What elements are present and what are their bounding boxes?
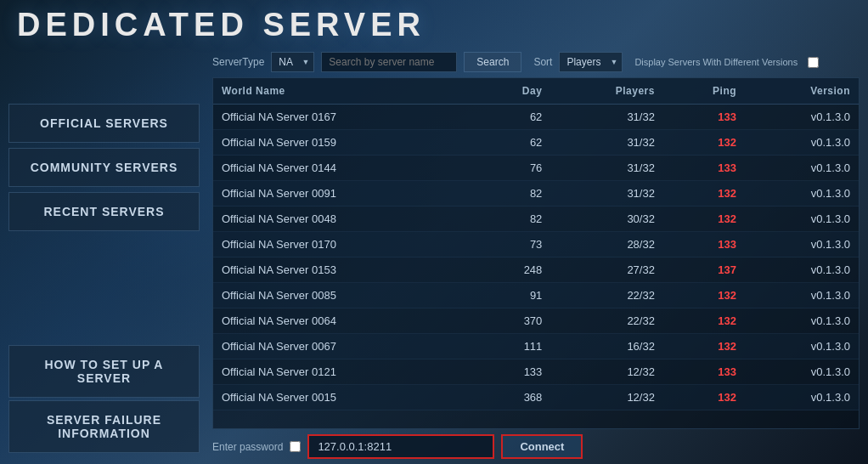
cell-version: v0.1.3.0	[745, 334, 859, 359]
sort-label: Sort	[533, 56, 552, 68]
table-row[interactable]: Official NA Server 006711116/32132v0.1.3…	[213, 334, 859, 359]
cell-day: 73	[476, 232, 550, 257]
password-checkbox[interactable]	[290, 441, 301, 452]
table-row[interactable]: Official NA Server 01707328/32133v0.1.3.…	[213, 232, 859, 257]
cell-players: 27/32	[550, 257, 663, 283]
col-world-name: World Name	[213, 78, 476, 105]
sidebar-item-community-servers[interactable]: Community Servers	[8, 148, 200, 187]
cell-players: 28/32	[550, 232, 663, 257]
page-title: DEDICATED SERVER	[17, 7, 851, 43]
cell-day: 111	[476, 334, 550, 359]
cell-world-name: Official NA Server 0167	[213, 105, 476, 130]
cell-version: v0.1.3.0	[745, 283, 859, 308]
cell-world-name: Official NA Server 0048	[213, 207, 476, 232]
table-row[interactable]: Official NA Server 01676231/32133v0.1.3.…	[213, 105, 859, 130]
cell-day: 370	[476, 308, 550, 334]
table-row[interactable]: Official NA Server 00488230/32132v0.1.3.…	[213, 207, 859, 232]
table-row[interactable]: Official NA Server 01447631/32133v0.1.3.…	[213, 156, 859, 181]
toolbar: ServerType NA EU AS Search Sort Players …	[212, 47, 860, 77]
server-table-wrapper: World Name Day Players Ping Version Offi…	[212, 77, 860, 429]
cell-players: 12/32	[550, 359, 663, 385]
cell-day: 62	[476, 130, 550, 156]
table-row[interactable]: Official NA Server 015324827/32137v0.1.3…	[213, 257, 859, 283]
cell-players: 22/32	[550, 308, 663, 334]
sidebar-item-official-servers[interactable]: Official Servers	[8, 104, 200, 143]
bottom-bar: Enter password Connect	[212, 429, 860, 464]
cell-day: 82	[476, 181, 550, 207]
cell-world-name: Official NA Server 0085	[213, 283, 476, 308]
server-table: World Name Day Players Ping Version Offi…	[213, 78, 859, 410]
cell-version: v0.1.3.0	[745, 257, 859, 283]
cell-ping: 133	[663, 359, 745, 385]
cell-players: 31/32	[550, 181, 663, 207]
cell-ping: 132	[663, 130, 745, 156]
cell-players: 22/32	[550, 283, 663, 308]
sidebar-item-how-to-setup[interactable]: How to set up a server	[8, 345, 200, 398]
server-type-select[interactable]: NA EU AS	[271, 52, 314, 72]
cell-ping: 132	[663, 385, 745, 410]
sidebar: Official Servers Community Servers Recen…	[0, 47, 208, 464]
cell-version: v0.1.3.0	[745, 232, 859, 257]
sidebar-item-server-failure[interactable]: Server Failure Information	[8, 400, 200, 453]
cell-day: 133	[476, 359, 550, 385]
title-bar: DEDICATED SERVER	[0, 0, 868, 47]
table-row[interactable]: Official NA Server 006437022/32132v0.1.3…	[213, 308, 859, 334]
cell-world-name: Official NA Server 0064	[213, 308, 476, 334]
sort-select-wrapper[interactable]: Players Ping Day	[559, 52, 623, 72]
table-row[interactable]: Official NA Server 00859122/32132v0.1.3.…	[213, 283, 859, 308]
cell-ping: 133	[663, 156, 745, 181]
table-row[interactable]: Official NA Server 01596231/32132v0.1.3.…	[213, 130, 859, 156]
cell-version: v0.1.3.0	[745, 359, 859, 385]
cell-players: 31/32	[550, 130, 663, 156]
sort-select[interactable]: Players Ping Day	[559, 52, 623, 72]
cell-version: v0.1.3.0	[745, 105, 859, 130]
cell-ping: 133	[663, 232, 745, 257]
cell-world-name: Official NA Server 0121	[213, 359, 476, 385]
server-type-select-wrapper[interactable]: NA EU AS	[271, 52, 314, 72]
cell-version: v0.1.3.0	[745, 308, 859, 334]
cell-world-name: Official NA Server 0067	[213, 334, 476, 359]
table-row[interactable]: Official NA Server 00918231/32132v0.1.3.…	[213, 181, 859, 207]
sidebar-item-recent-servers[interactable]: Recent Servers	[8, 192, 200, 231]
cell-day: 248	[476, 257, 550, 283]
server-type-label: ServerType	[212, 56, 264, 68]
cell-day: 62	[476, 105, 550, 130]
diff-versions-checkbox[interactable]	[808, 57, 819, 68]
table-row[interactable]: Official NA Server 012113312/32133v0.1.3…	[213, 359, 859, 385]
cell-ping: 137	[663, 257, 745, 283]
cell-world-name: Official NA Server 0159	[213, 130, 476, 156]
table-header-row: World Name Day Players Ping Version	[213, 78, 859, 105]
cell-world-name: Official NA Server 0153	[213, 257, 476, 283]
cell-day: 76	[476, 156, 550, 181]
cell-version: v0.1.3.0	[745, 385, 859, 410]
search-button[interactable]: Search	[464, 52, 521, 72]
content-area: ServerType NA EU AS Search Sort Players …	[208, 47, 868, 464]
cell-players: 30/32	[550, 207, 663, 232]
cell-ping: 133	[663, 105, 745, 130]
cell-ping: 132	[663, 283, 745, 308]
cell-day: 368	[476, 385, 550, 410]
cell-players: 12/32	[550, 385, 663, 410]
col-ping: Ping	[663, 78, 745, 105]
cell-world-name: Official NA Server 0015	[213, 385, 476, 410]
cell-players: 16/32	[550, 334, 663, 359]
table-body: Official NA Server 01676231/32133v0.1.3.…	[213, 105, 859, 410]
connect-button[interactable]: Connect	[501, 434, 583, 459]
col-version: Version	[745, 78, 859, 105]
connect-input[interactable]	[307, 434, 494, 459]
col-day: Day	[476, 78, 550, 105]
cell-day: 82	[476, 207, 550, 232]
cell-day: 91	[476, 283, 550, 308]
search-input[interactable]	[321, 52, 457, 72]
cell-version: v0.1.3.0	[745, 130, 859, 156]
cell-version: v0.1.3.0	[745, 207, 859, 232]
diff-versions-label: Display Servers With Different Versions	[634, 57, 798, 67]
cell-version: v0.1.3.0	[745, 156, 859, 181]
cell-version: v0.1.3.0	[745, 181, 859, 207]
cell-world-name: Official NA Server 0170	[213, 232, 476, 257]
table-row[interactable]: Official NA Server 001536812/32132v0.1.3…	[213, 385, 859, 410]
cell-world-name: Official NA Server 0144	[213, 156, 476, 181]
cell-players: 31/32	[550, 105, 663, 130]
password-label: Enter password	[212, 441, 283, 453]
cell-players: 31/32	[550, 156, 663, 181]
